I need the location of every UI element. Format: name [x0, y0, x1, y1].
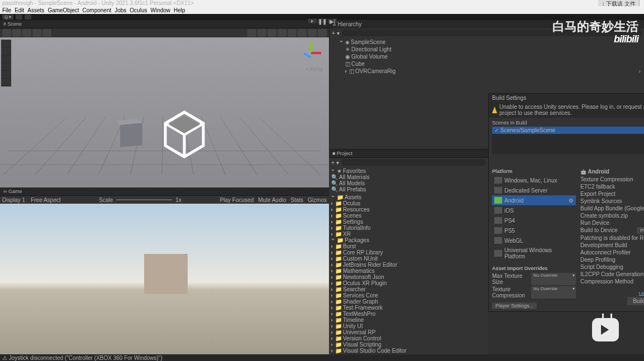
favorites-node[interactable]: ★ Favorites	[330, 168, 487, 174]
platform-webgl[interactable]: WebGL	[492, 235, 576, 246]
pkg-8[interactable]: 📁 Services Core	[330, 292, 487, 299]
pkg-9[interactable]: 📁 Shader Graph	[330, 299, 487, 305]
perspective-label[interactable]: < Persp	[306, 66, 323, 72]
audio-toggle[interactable]	[278, 29, 287, 37]
tool-snap[interactable]	[32, 29, 41, 37]
asset-xr[interactable]: 📁 XR	[330, 231, 487, 237]
platform-ps5[interactable]: PS5	[492, 225, 576, 235]
menu-assets[interactable]: Assets	[27, 7, 44, 14]
account-dropdown[interactable]: Q ▾	[2, 15, 13, 20]
asset-resources[interactable]: 📁 Resources	[330, 206, 487, 213]
menu-component[interactable]: Component	[83, 7, 112, 14]
fav-materials[interactable]: 🔍 All Materials	[330, 174, 487, 180]
menu-gameobject[interactable]: GameObject	[47, 7, 79, 14]
cloud-icon[interactable]	[16, 15, 22, 20]
player-settings-button[interactable]: Player Settings...	[492, 302, 537, 309]
menu-oculus[interactable]: Oculus	[130, 7, 147, 14]
platform-ios[interactable]: iOS	[492, 205, 576, 215]
pkg-1[interactable]: 📁 Core RP Library	[330, 249, 487, 256]
hierarchy-add-button[interactable]: + ▾	[332, 30, 340, 36]
platform-uwp[interactable]: Universal Windows Platform	[492, 246, 576, 261]
tool-grid[interactable]	[22, 29, 31, 37]
scene-tab[interactable]: # Scene	[0, 20, 329, 28]
hierarchy-item-cube[interactable]: ◫ Cube	[332, 60, 642, 68]
pkg-11[interactable]: 📁 TextMeshPro	[330, 311, 487, 317]
2d-toggle[interactable]	[257, 29, 266, 37]
tool-center[interactable]	[2, 29, 11, 37]
platform-windows[interactable]: Windows, Mac, Linux	[492, 175, 576, 185]
patch-button: Patch	[637, 227, 644, 234]
pkg-13[interactable]: 📁 Unity UI	[330, 323, 487, 329]
game-aspect[interactable]: Free Aspect	[31, 197, 60, 203]
pkg-7[interactable]: 📁 Searcher	[330, 286, 487, 292]
hierarchy-item-light[interactable]: ☀ Directional Light	[332, 46, 642, 53]
orientation-gizmo[interactable]	[300, 42, 322, 64]
tool-increment[interactable]	[42, 29, 51, 37]
assets-node[interactable]: 📁 Assets	[330, 194, 487, 200]
max-texture-dropdown[interactable]: No Override	[531, 273, 576, 285]
menu-edit[interactable]: Edit	[15, 7, 24, 14]
asset-oculus[interactable]: 📁 Oculus	[330, 200, 487, 206]
packages-node[interactable]: 📁 Packages	[330, 237, 487, 243]
scene-cube-object[interactable]	[120, 123, 142, 147]
pkg-15[interactable]: 📁 Version Control	[330, 335, 487, 341]
tex-comp-override-dropdown[interactable]: No Override	[531, 286, 576, 299]
scene-list-area[interactable]	[492, 134, 644, 154]
gizmos-dropdown[interactable]	[318, 29, 327, 37]
pause-button[interactable]: ❚❚	[317, 18, 327, 24]
pkg-6[interactable]: 📁 Oculus XR Plugin	[330, 280, 487, 286]
asset-tutorial[interactable]: 📁 TutorialInfo	[330, 225, 487, 231]
fx-toggle[interactable]	[288, 29, 297, 37]
play-button[interactable]	[307, 18, 317, 24]
asset-settings[interactable]: 📁 Settings	[330, 219, 487, 225]
lighting-toggle[interactable]	[268, 29, 276, 37]
draw-mode[interactable]	[247, 29, 256, 37]
camera-toggle[interactable]	[308, 29, 317, 37]
platform-android[interactable]: Android⚙	[492, 195, 576, 205]
pkg-14[interactable]: 📁 Universal RP	[330, 329, 487, 335]
pkg-10[interactable]: 📁 Test Framework	[330, 305, 487, 311]
pkg-0[interactable]: 📁 Burst	[330, 243, 487, 249]
cloud-build-link[interactable]: Learn about Unity Cloud Build	[639, 291, 644, 296]
scene-view[interactable]: < Persp	[0, 37, 329, 187]
fav-models[interactable]: 🔍 All Models	[330, 180, 487, 186]
collab-icon[interactable]	[25, 15, 31, 20]
pkg-16[interactable]: 📁 Visual Scripting	[330, 341, 487, 348]
platform-dedicated[interactable]: Dedicated Server	[492, 185, 576, 195]
build-button[interactable]: Build ▾	[627, 297, 644, 305]
asset-scenes[interactable]: 📁 Scenes	[330, 213, 487, 219]
pkg-12[interactable]: 📁 Timeline	[330, 317, 487, 323]
pkg-4[interactable]: 📁 Mathematics	[330, 268, 487, 274]
fav-prefabs[interactable]: 🔍 All Prefabs	[330, 186, 487, 192]
project-search[interactable]	[341, 159, 486, 166]
pkg-5[interactable]: 📁 Newtonsoft Json	[330, 274, 487, 280]
build-settings-dialog: Build Settings ▭ ✕ Unable to access Unit…	[488, 93, 644, 312]
scene-entry[interactable]: ✓ Scenes/SampleScene 0	[492, 127, 644, 134]
game-display[interactable]: Display 1	[2, 197, 25, 203]
visibility-toggle[interactable]	[298, 29, 307, 37]
hierarchy-item-volume[interactable]: ◉ Global Volume	[332, 53, 642, 60]
pkg-3[interactable]: 📁 JetBrains Rider Editor	[330, 262, 487, 268]
browser-download-bar: ↓ 下载该 文件	[598, 0, 640, 6]
pkg-2[interactable]: 📁 Custom NUnit	[330, 256, 487, 262]
mute-audio[interactable]: Mute Audio	[258, 197, 286, 203]
menu-help[interactable]: Help	[174, 7, 185, 14]
menu-window[interactable]: Window	[150, 7, 170, 14]
step-button[interactable]: ▶|	[327, 18, 337, 24]
status-message: ⚠ Joystick disconnected ("Controller (XB…	[2, 355, 163, 361]
play-focused[interactable]: Play Focused	[220, 197, 254, 203]
project-tab[interactable]: ■ Project	[329, 150, 488, 158]
hierarchy-item-ovr[interactable]: ◫ OVRCameraRig›	[332, 68, 642, 75]
platform-header: Platform	[492, 167, 576, 175]
gizmos-toggle[interactable]: Gizmos	[308, 197, 327, 203]
menu-jobs[interactable]: Jobs	[115, 7, 126, 14]
download-button[interactable]: ↓ 下载该 文件	[598, 0, 640, 6]
stats-toggle[interactable]: Stats	[290, 197, 303, 203]
scale-slider[interactable]	[116, 199, 172, 200]
game-tab[interactable]: ∞ Game	[0, 187, 329, 196]
platform-ps4[interactable]: PS4	[492, 215, 576, 225]
tool-pivot[interactable]	[12, 29, 21, 37]
menu-file[interactable]: File	[2, 7, 11, 14]
pkg-17[interactable]: 📁 Visual Studio Code Editor	[330, 348, 487, 354]
scene-node[interactable]: ◈ SampleScene	[332, 38, 642, 46]
